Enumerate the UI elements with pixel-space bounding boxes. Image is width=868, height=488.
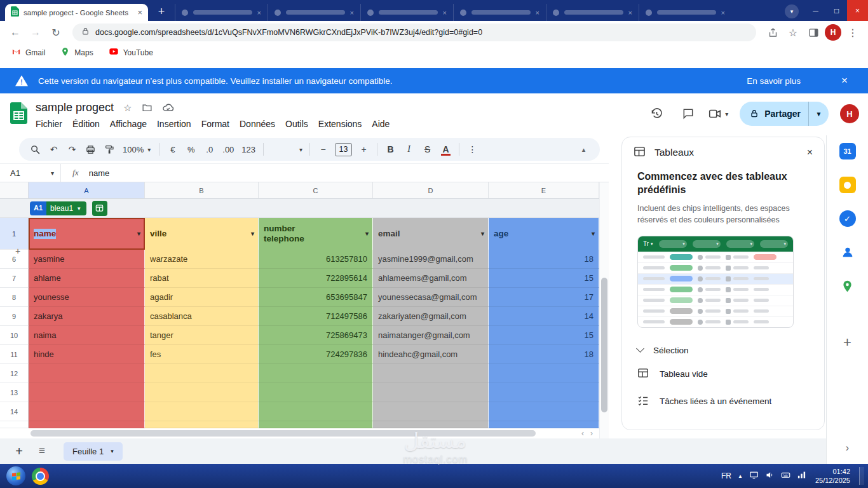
- collapse-rail-icon[interactable]: ›: [846, 442, 849, 454]
- vscroll-thumb[interactable]: [601, 278, 607, 412]
- selection-section[interactable]: Sélection: [637, 341, 809, 360]
- cell[interactable]: hinde: [29, 345, 145, 364]
- cell[interactable]: 613257810: [259, 250, 373, 269]
- bookmark-youtube[interactable]: YouTube: [109, 46, 153, 58]
- cell[interactable]: casablanca: [145, 307, 259, 326]
- cell[interactable]: [373, 383, 489, 402]
- cell[interactable]: 18: [489, 345, 599, 364]
- table-header-name[interactable]: name▾: [29, 218, 145, 250]
- column-header-B[interactable]: B: [145, 182, 259, 198]
- contacts-icon[interactable]: [839, 244, 856, 261]
- number-format-button[interactable]: 123: [238, 141, 259, 158]
- cell[interactable]: [145, 402, 259, 421]
- tasks-icon[interactable]: ✓: [839, 210, 856, 227]
- bookmark-star-icon[interactable]: ☆: [784, 24, 802, 41]
- keyboard-tray-icon[interactable]: [781, 470, 790, 482]
- minimize-icon[interactable]: ─: [805, 0, 826, 21]
- version-history-icon[interactable]: [644, 102, 668, 126]
- banner-close-icon[interactable]: ×: [841, 74, 848, 87]
- vertical-scrollbar[interactable]: [599, 182, 609, 438]
- undo-icon[interactable]: ↶: [45, 141, 62, 158]
- cell[interactable]: ahlame: [29, 269, 145, 288]
- row-header-14[interactable]: 14: [0, 402, 29, 421]
- menu-format[interactable]: Format: [196, 118, 234, 130]
- paint-format-icon[interactable]: [100, 141, 118, 158]
- decrease-decimal-button[interactable]: .0: [201, 141, 218, 158]
- formula-value[interactable]: name: [89, 168, 110, 178]
- comments-icon[interactable]: [676, 102, 700, 126]
- cell[interactable]: rabat: [145, 269, 259, 288]
- table-header-number-telephone[interactable]: number telephone▾: [259, 218, 373, 250]
- chrome-taskbar-icon[interactable]: [32, 468, 49, 485]
- cell[interactable]: [29, 402, 145, 421]
- cell[interactable]: tanger: [145, 326, 259, 345]
- cell[interactable]: [259, 383, 373, 402]
- menu-affichage[interactable]: Affichage: [105, 118, 152, 130]
- table-header-email[interactable]: email▾: [373, 218, 489, 250]
- tab-search-icon[interactable]: ▾: [785, 4, 799, 18]
- font-select[interactable]: ▾: [268, 146, 305, 153]
- all-sheets-icon[interactable]: ≡: [32, 445, 52, 458]
- row-header-6[interactable]: 6: [0, 250, 29, 269]
- panel-item-empty-table[interactable]: Tableau vide: [637, 360, 809, 388]
- cell[interactable]: [373, 402, 489, 421]
- cell[interactable]: 722895614: [259, 269, 373, 288]
- increase-font-size-button[interactable]: +: [355, 141, 372, 158]
- maps-icon[interactable]: [839, 278, 856, 294]
- cell[interactable]: younessecasa@gmail,com: [373, 288, 489, 307]
- cell[interactable]: 725869473: [259, 326, 373, 345]
- text-color-button[interactable]: A: [437, 141, 454, 158]
- forward-icon[interactable]: →: [27, 24, 44, 41]
- cell[interactable]: 14: [489, 307, 599, 326]
- table-chip[interactable]: A1 bleau1 ▾: [30, 201, 86, 215]
- cell[interactable]: [259, 402, 373, 421]
- close-window-icon[interactable]: ×: [847, 0, 868, 21]
- browser-tab-inactive[interactable]: ×: [639, 4, 731, 21]
- reload-icon[interactable]: ↻: [47, 24, 65, 41]
- browser-avatar[interactable]: H: [825, 24, 841, 41]
- cell[interactable]: 18: [489, 250, 599, 269]
- learn-more-link[interactable]: En savoir plus: [747, 76, 801, 86]
- share-caret-icon[interactable]: ▼: [808, 102, 829, 126]
- font-size-input[interactable]: 13: [335, 143, 352, 156]
- cell[interactable]: 17: [489, 288, 599, 307]
- table-header-age[interactable]: age▾: [489, 218, 599, 250]
- table-preview[interactable]: Tr▾ ▾▾▾▾: [637, 236, 794, 328]
- cell[interactable]: 653695847: [259, 288, 373, 307]
- meet-caret-icon[interactable]: ▾: [725, 111, 728, 118]
- bold-button[interactable]: B: [382, 141, 399, 158]
- menu-édition[interactable]: Édition: [67, 118, 105, 130]
- sheet-tab-caret-icon[interactable]: ▾: [111, 448, 114, 454]
- cell[interactable]: [145, 364, 259, 383]
- move-folder-icon[interactable]: [142, 102, 153, 113]
- side-panel-icon[interactable]: [804, 24, 822, 41]
- display-tray-icon[interactable]: [749, 470, 759, 482]
- menu-outils[interactable]: Outils: [280, 118, 313, 130]
- select-all-corner[interactable]: [0, 182, 29, 198]
- cell[interactable]: [259, 364, 373, 383]
- volume-tray-icon[interactable]: [765, 470, 775, 482]
- horizontal-scrollbar[interactable]: ‹›: [0, 428, 599, 438]
- maximize-icon[interactable]: □: [826, 0, 847, 21]
- cell[interactable]: naimatanger@gmail,com: [373, 326, 489, 345]
- increase-decimal-button[interactable]: .00: [219, 141, 237, 158]
- row-header-8[interactable]: 8: [0, 288, 29, 307]
- bookmark-maps[interactable]: Maps: [60, 47, 93, 58]
- menu-fichier[interactable]: Fichier: [31, 118, 67, 130]
- column-dropdown-icon[interactable]: ▾: [481, 230, 484, 238]
- cell[interactable]: [145, 383, 259, 402]
- cell[interactable]: zakariyaten@gmail,com: [373, 307, 489, 326]
- row-header-10[interactable]: 10: [0, 326, 29, 345]
- browser-tab-inactive[interactable]: ×: [546, 4, 639, 21]
- hscroll-thumb[interactable]: [31, 430, 536, 437]
- search-icon[interactable]: [27, 141, 44, 158]
- cell[interactable]: [489, 364, 599, 383]
- cell[interactable]: naima: [29, 326, 145, 345]
- browser-menu-icon[interactable]: ⋮: [844, 24, 862, 41]
- panel-close-icon[interactable]: ×: [807, 147, 813, 158]
- hscroll-arrows[interactable]: ‹›: [581, 429, 593, 438]
- cell[interactable]: 724297836: [259, 345, 373, 364]
- row-header-13[interactable]: 13: [0, 383, 29, 402]
- column-header-A[interactable]: A: [29, 182, 145, 198]
- language-indicator[interactable]: FR: [721, 471, 731, 480]
